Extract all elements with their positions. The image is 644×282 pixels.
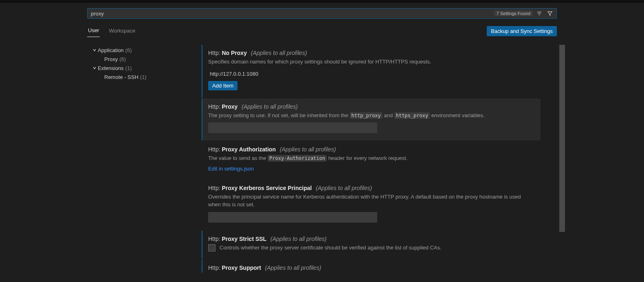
setting-name: Proxy Strict SSL: [222, 236, 266, 242]
setting-scope: (Applies to all profiles): [280, 146, 336, 153]
strict-ssl-checkbox[interactable]: [208, 244, 215, 251]
setting-name: No Proxy: [222, 50, 246, 56]
setting-description: The value to send as the Proxy-Authoriza…: [208, 154, 535, 162]
setting-title: Http: Proxy Authorization (Applies to al…: [208, 146, 535, 153]
add-item-button[interactable]: Add Item: [208, 81, 237, 90]
setting-http-proxy-authorization: Http: Proxy Authorization (Applies to al…: [202, 141, 541, 179]
setting-scope: (Applies to all profiles): [242, 103, 298, 110]
toc-label: Proxy: [104, 56, 118, 62]
setting-title: Http: Proxy Kerberos Service Principal (…: [208, 185, 535, 191]
setting-category: Http:: [208, 185, 220, 191]
toc-label: Extensions: [98, 65, 124, 71]
desc-text: header for every network request.: [327, 155, 407, 161]
settings-found-count: 7 Settings Found: [494, 11, 533, 16]
clear-search-icon[interactable]: [535, 9, 543, 17]
setting-http-proxy-kerberos: Http: Proxy Kerberos Service Principal (…: [202, 180, 541, 230]
setting-scope: (Applies to all profiles): [251, 50, 307, 56]
setting-name: Proxy Support: [222, 265, 261, 271]
toc-count: (1): [125, 65, 132, 71]
desc-text: The value to send as the: [208, 155, 268, 161]
setting-category: Http:: [208, 50, 220, 56]
desc-text: environment variables.: [430, 112, 484, 118]
setting-description: Controls whether the proxy server certif…: [220, 244, 442, 252]
code-text: http_proxy: [350, 112, 382, 119]
chevron-down-icon: [91, 48, 98, 52]
toc-item-application[interactable]: Application (6): [91, 46, 193, 55]
toc-count: (6): [119, 56, 126, 62]
setting-category: Http:: [208, 103, 220, 110]
setting-description: Specifies domain names for which proxy s…: [208, 58, 535, 66]
setting-description: The proxy setting to use. If not set, wi…: [208, 111, 535, 120]
setting-http-no-proxy: Http: No Proxy (Applies to all profiles)…: [202, 45, 541, 98]
search-container: 7 Settings Found: [87, 8, 557, 19]
setting-http-proxy: Http: Proxy (Applies to all profiles) Th…: [202, 98, 541, 141]
setting-name: Proxy Kerberos Service Principal: [222, 185, 312, 191]
scrollbar-thumb[interactable]: [559, 45, 565, 232]
settings-toc: Application (6) Proxy (6) Extensions (1)…: [87, 45, 193, 273]
settings-tabs: User Workspace Backup and Sync Settings: [87, 25, 557, 37]
setting-scope: (Applies to all profiles): [270, 236, 327, 242]
toc-count: (6): [125, 47, 132, 53]
tab-user[interactable]: User: [87, 25, 100, 37]
toc-item-remote-ssh[interactable]: Remote - SSH (1): [91, 72, 193, 81]
scrollbar[interactable]: [559, 45, 565, 240]
toc-label: Remote - SSH: [104, 74, 138, 80]
edit-in-settings-json-link[interactable]: Edit in settings.json: [208, 166, 254, 172]
setting-title: Http: Proxy Strict SSL (Applies to all p…: [208, 236, 535, 242]
filter-icon[interactable]: [546, 9, 554, 17]
setting-title: Http: Proxy (Applies to all profiles): [208, 103, 535, 110]
setting-category: Http:: [208, 236, 220, 242]
setting-scope: (Applies to all profiles): [265, 265, 321, 271]
list-item[interactable]: http://127.0.0.1:1080: [208, 69, 535, 79]
code-text: https_proxy: [394, 112, 430, 119]
kerberos-input[interactable]: [208, 212, 377, 223]
settings-search-input[interactable]: [88, 9, 492, 18]
toc-item-proxy[interactable]: Proxy (6): [91, 55, 193, 63]
setting-title: Http: Proxy Support (Applies to all prof…: [208, 265, 535, 271]
backup-sync-button[interactable]: Backup and Sync Settings: [487, 26, 557, 36]
settings-list: Http: No Proxy (Applies to all profiles)…: [193, 45, 557, 273]
toc-label: Application: [98, 47, 124, 53]
toc-item-extensions[interactable]: Extensions (1): [91, 63, 193, 72]
toc-count: (1): [140, 74, 147, 80]
setting-http-proxy-support: Http: Proxy Support (Applies to all prof…: [202, 260, 541, 273]
setting-category: Http:: [208, 146, 220, 153]
proxy-input[interactable]: [208, 122, 377, 133]
desc-text: The proxy setting to use. If not set, wi…: [208, 112, 350, 118]
setting-name: Proxy Authorization: [222, 146, 276, 153]
setting-scope: (Applies to all profiles): [316, 185, 372, 191]
chevron-down-icon: [91, 66, 98, 70]
setting-http-proxy-strict-ssl: Http: Proxy Strict SSL (Applies to all p…: [202, 231, 541, 259]
setting-category: Http:: [208, 265, 220, 271]
setting-name: Proxy: [222, 103, 237, 110]
setting-title: Http: No Proxy (Applies to all profiles): [208, 50, 535, 56]
code-text: Proxy-Authorization: [268, 155, 327, 162]
setting-description: Overrides the principal service name for…: [208, 193, 535, 209]
tab-workspace[interactable]: Workspace: [108, 25, 136, 37]
desc-text: and: [382, 112, 394, 118]
